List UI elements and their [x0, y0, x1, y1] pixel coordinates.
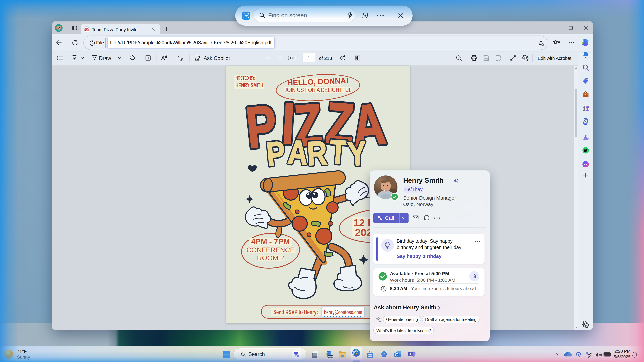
svg-text:HOSTED BY:: HOSTED BY: — [236, 75, 255, 81]
svg-text:PDF: PDF — [85, 29, 88, 31]
svg-text:HENRY SMITH: HENRY SMITH — [236, 82, 263, 89]
svg-text:A: A — [287, 133, 309, 172]
svg-text:a: a — [178, 55, 180, 59]
svg-text:CONFERENCE: CONFERENCE — [246, 246, 294, 254]
svg-text:Send RSVP to Henry:: Send RSVP to Henry: — [273, 309, 318, 316]
svg-text:M365: M365 — [328, 356, 333, 358]
svg-text:P: P — [265, 134, 286, 173]
svg-text:henry@contoso.com: henry@contoso.com — [324, 309, 362, 316]
svg-text:T: T — [328, 133, 348, 171]
svg-text:Y: Y — [347, 134, 368, 173]
svg-text:T: T — [410, 353, 412, 356]
svg-text:ROOM 2: ROOM 2 — [257, 254, 284, 262]
svg-text:4PM - 7PM: 4PM - 7PM — [251, 237, 290, 246]
svg-text:あ: あ — [180, 57, 184, 61]
svg-text:R: R — [306, 134, 328, 172]
